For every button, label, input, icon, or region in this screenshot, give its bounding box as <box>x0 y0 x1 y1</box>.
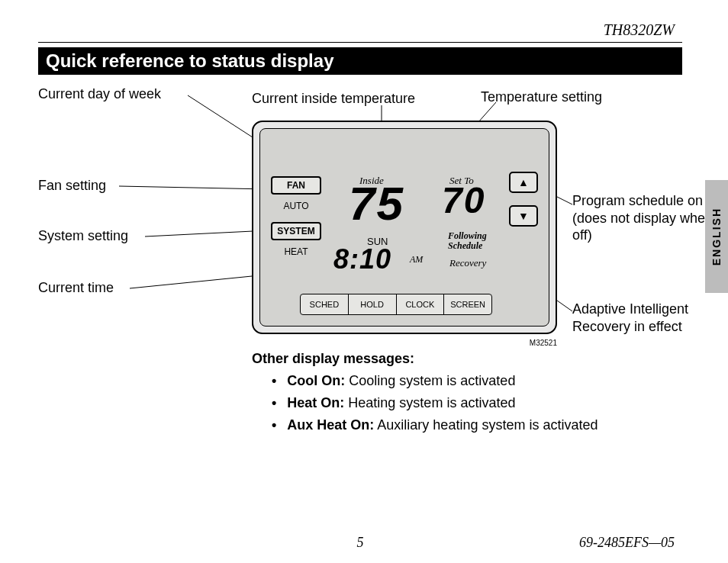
other-item-cool: Cool On: Cooling system is activated <box>272 373 652 389</box>
clock-button[interactable]: CLOCK <box>397 294 445 314</box>
fan-value: AUTO <box>271 198 321 222</box>
callout-fan-setting: Fan setting <box>38 177 106 195</box>
ampm-value: AM <box>410 254 423 265</box>
hold-button[interactable]: HOLD <box>349 294 397 314</box>
clock-value: 8:10 <box>333 243 391 275</box>
callout-inside-temp: Current inside temperature <box>252 90 415 108</box>
language-tab: ENGLISH <box>705 180 728 293</box>
recovery-label: Recovery <box>449 257 486 269</box>
temp-down-button[interactable]: ▼ <box>509 205 538 227</box>
down-arrow-icon: ▼ <box>518 210 529 222</box>
other-item-heat: Heat On: Heating system is activated <box>272 395 652 411</box>
other-messages-heading: Other display messages: <box>252 351 652 367</box>
figure-code: M32521 <box>252 339 557 347</box>
model-number: TH8320ZW <box>38 21 682 39</box>
inside-temp-value: 75 <box>349 176 404 230</box>
following-schedule-label: Following Schedule <box>448 231 501 251</box>
other-messages: Other display messages: Cool On: Cooling… <box>252 351 652 439</box>
setto-temp-value: 70 <box>442 179 485 221</box>
side-controls: FAN AUTO SYSTEM HEAT <box>271 176 324 268</box>
page-title: Quick reference to status display <box>38 47 682 75</box>
fan-button[interactable]: FAN <box>271 176 321 195</box>
svg-line-4 <box>145 230 269 236</box>
callout-day-of-week: Current day of week <box>38 85 161 103</box>
temp-up-button[interactable]: ▲ <box>509 172 538 193</box>
callout-recovery: Adaptive Intelligent Recovery in effect <box>572 301 710 335</box>
thermostat-screen: FAN AUTO SYSTEM HEAT Inside 75 Set To 70… <box>259 128 549 327</box>
callout-program-schedule: Program schedule on (does not display wh… <box>572 192 717 244</box>
other-item-aux: Aux Heat On: Auxiliary heating system is… <box>272 417 652 433</box>
svg-line-3 <box>119 186 267 189</box>
content-area: Current day of week Current inside tempe… <box>38 75 682 487</box>
up-arrow-icon: ▲ <box>518 176 529 188</box>
callout-temp-setting: Temperature setting <box>481 88 602 106</box>
system-value: HEAT <box>271 243 321 268</box>
language-label: ENGLISH <box>710 208 723 265</box>
doc-number: 69-2485EFS—05 <box>579 535 675 551</box>
bottom-button-bar: SCHED HOLD CLOCK SCREEN <box>300 294 492 315</box>
screen-button[interactable]: SCREEN <box>444 294 491 314</box>
callout-system-setting: System setting <box>38 227 128 245</box>
thermostat-display: FAN AUTO SYSTEM HEAT Inside 75 Set To 70… <box>252 121 557 334</box>
system-button[interactable]: SYSTEM <box>271 222 321 240</box>
callout-current-time: Current time <box>38 279 114 297</box>
sched-button[interactable]: SCHED <box>301 294 349 314</box>
top-rule <box>38 42 682 43</box>
